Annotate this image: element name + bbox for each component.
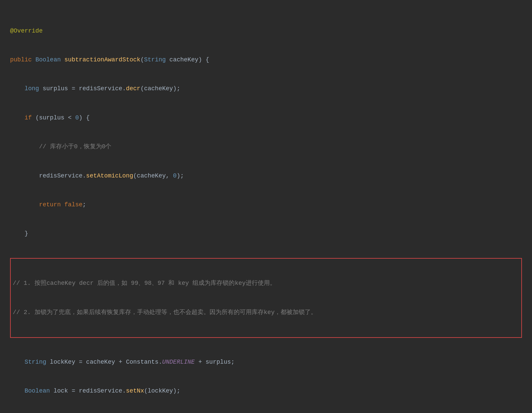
line-set-atomic: redisService.setAtomicLong(cacheKey, 0); (10, 171, 522, 181)
line-body-1: long surplus = redisService.decr(cacheKe… (10, 84, 522, 94)
comment-line-1: // 1. 按照cacheKey decr 后的值，如 99、98、97 和 k… (13, 278, 519, 288)
code-content: @Override public Boolean subtractionAwar… (10, 7, 522, 258)
highlighted-comment-block: // 1. 按照cacheKey decr 后的值，如 99、98、97 和 k… (10, 258, 522, 338)
line-annotation-1: @Override (10, 26, 522, 36)
line-close-if-1: } (10, 229, 522, 239)
line-return-false: return false; (10, 200, 522, 210)
line-comment-1: // 库存小于0，恢复为0个 (10, 142, 522, 152)
line-lockkey: String lockKey = cacheKey + Constants.UN… (10, 357, 522, 367)
line-method-sig-1: public Boolean subtractionAwardStock(Str… (10, 55, 522, 65)
line-if-1: if (surplus < 0) { (10, 113, 522, 123)
comment-line-2: // 2. 加锁为了兜底，如果后续有恢复库存，手动处理等，也不会超卖。因为所有的… (13, 308, 519, 317)
code-editor: @Override public Boolean subtractionAwar… (10, 7, 522, 413)
line-boolean-lock: Boolean lock = redisService.setNx(lockKe… (10, 386, 522, 396)
code-content-2: String lockKey = cacheKey + Constants.UN… (10, 338, 522, 413)
